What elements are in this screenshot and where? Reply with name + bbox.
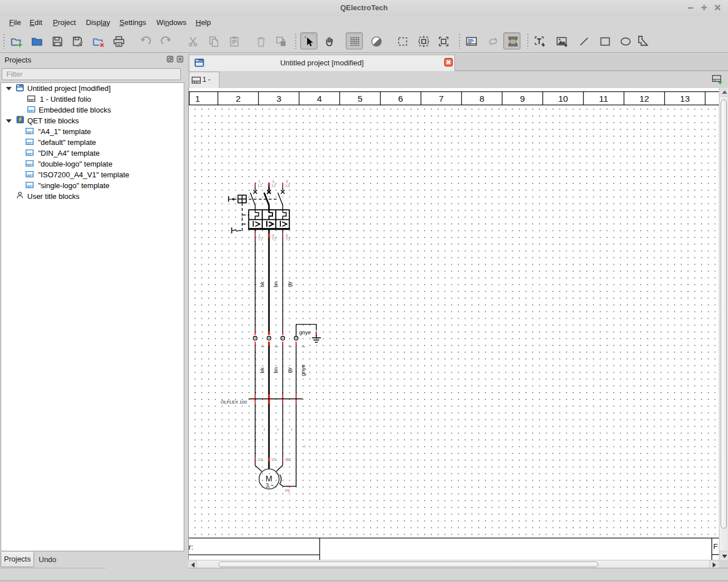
svg-text:2: 2 bbox=[235, 94, 241, 103]
svg-text:T2: T2 bbox=[272, 237, 276, 241]
svg-text:13: 13 bbox=[680, 94, 690, 103]
svg-text:gy: gy bbox=[286, 281, 292, 287]
svg-text:5: 5 bbox=[286, 180, 288, 184]
svg-text:gy: gy bbox=[286, 367, 292, 373]
svg-text:bk: bk bbox=[259, 281, 265, 287]
svg-text:U1: U1 bbox=[258, 458, 263, 462]
svg-text:1: 1 bbox=[258, 180, 260, 184]
svg-text:9: 9 bbox=[520, 94, 525, 103]
svg-text:6: 6 bbox=[398, 94, 403, 103]
svg-text:gnye: gnye bbox=[299, 329, 311, 335]
svg-text:L3: L3 bbox=[286, 184, 290, 188]
svg-text:bk: bk bbox=[259, 367, 265, 373]
svg-text:W1: W1 bbox=[285, 458, 291, 462]
svg-text:1: 1 bbox=[195, 94, 200, 103]
svg-text:L1: L1 bbox=[258, 184, 262, 188]
svg-text:V1: V1 bbox=[271, 458, 276, 462]
svg-text:3: 3 bbox=[272, 180, 274, 184]
svg-text:8: 8 bbox=[479, 94, 485, 103]
svg-text:4: 4 bbox=[317, 94, 322, 103]
svg-text:bn: bn bbox=[272, 367, 279, 373]
svg-text:3 ~: 3 ~ bbox=[266, 483, 274, 489]
svg-text:T3: T3 bbox=[286, 237, 290, 241]
svg-text:L2: L2 bbox=[272, 184, 276, 188]
svg-text:5: 5 bbox=[358, 94, 363, 103]
svg-text:11: 11 bbox=[599, 94, 608, 103]
svg-text:ÖLFLEX 100: ÖLFLEX 100 bbox=[221, 400, 247, 405]
svg-text:r:: r: bbox=[189, 543, 193, 551]
svg-text:12: 12 bbox=[639, 94, 649, 103]
svg-text:M: M bbox=[266, 474, 272, 483]
svg-text:gnye: gnye bbox=[300, 364, 306, 376]
svg-text:F: F bbox=[713, 542, 718, 551]
svg-text:7: 7 bbox=[439, 94, 444, 103]
svg-text:PE: PE bbox=[285, 489, 291, 493]
svg-text:3: 3 bbox=[276, 94, 282, 103]
svg-text:10: 10 bbox=[558, 94, 568, 103]
svg-text:bn: bn bbox=[272, 281, 279, 288]
svg-text:T1: T1 bbox=[258, 237, 262, 241]
